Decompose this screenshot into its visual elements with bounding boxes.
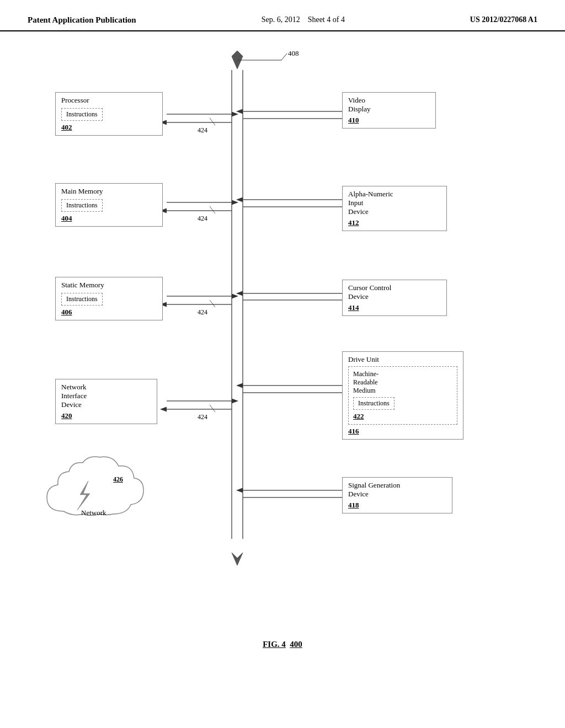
page-header: Patent Application Publication Sep. 6, 2… [0,0,565,31]
processor-instructions: Instructions [61,108,103,121]
svg-marker-7 [232,51,243,69]
signal-generation-title: Signal GenerationDevice [348,481,446,499]
svg-line-30 [210,206,215,213]
label-424-4: 424 [198,413,207,421]
processor-title: Processor [61,96,157,105]
drive-unit-title: Drive Unit [348,355,457,364]
svg-line-32 [210,405,215,412]
network-cloud: 426 Network [41,451,152,530]
drive-unit-instructions: Instructions [353,397,395,410]
network-interface-title: NetworkInterfaceDevice [61,383,151,409]
svg-line-29 [210,118,215,125]
label-424-3: 424 [198,308,207,317]
drive-unit-inner-num: 422 [353,412,452,421]
alpha-numeric-box: Alpha-NumericInputDevice 412 [342,186,447,231]
svg-line-31 [210,300,215,307]
static-memory-num: 406 [61,308,157,317]
alpha-numeric-num: 412 [348,218,441,227]
cursor-control-num: 414 [348,303,441,312]
signal-generation-box: Signal GenerationDevice 418 [342,477,452,513]
signal-generation-num: 418 [348,501,446,510]
drive-unit-box: Drive Unit Machine-ReadableMedium Instru… [342,351,463,440]
network-interface-num: 420 [61,411,151,420]
publication-label: Patent Application Publication [28,15,136,25]
alpha-numeric-title: Alpha-NumericInputDevice [348,190,441,216]
static-memory-box: Static Memory Instructions 406 [55,277,163,320]
drive-unit-num: 416 [348,427,457,436]
drive-unit-inner-title: Machine-ReadableMedium [353,370,452,395]
main-memory-box: Main Memory Instructions 404 [55,183,163,227]
label-426: 426 [113,475,123,484]
cursor-control-box: Cursor ControlDevice 414 [342,280,447,316]
static-memory-instructions: Instructions [61,293,103,306]
svg-marker-8 [232,553,243,565]
figure-caption: FIG. 4 400 [263,640,302,649]
diagram-area: 408 Processor Instructions 402 424 Main … [0,37,565,671]
static-memory-title: Static Memory [61,281,157,290]
date-sheet-info: Sep. 6, 2012 Sheet 4 of 4 [262,15,345,24]
processor-box: Processor Instructions 402 [55,92,163,136]
patent-number: US 2012/0227068 A1 [470,15,537,24]
network-interface-box: NetworkInterfaceDevice 420 [55,379,157,424]
cursor-control-title: Cursor ControlDevice [348,283,441,301]
main-memory-instructions: Instructions [61,199,103,212]
video-display-title: VideoDisplay [348,96,430,114]
bus-label-408: 408 [288,49,299,58]
processor-num: 402 [61,123,157,132]
main-memory-num: 404 [61,214,157,223]
video-display-num: 410 [348,116,430,125]
network-text: Network [81,508,106,517]
label-424-2: 424 [198,215,207,223]
main-memory-title: Main Memory [61,187,157,196]
svg-line-28 [281,53,287,60]
label-424-1: 424 [198,126,207,135]
video-display-box: VideoDisplay 410 [342,92,436,129]
